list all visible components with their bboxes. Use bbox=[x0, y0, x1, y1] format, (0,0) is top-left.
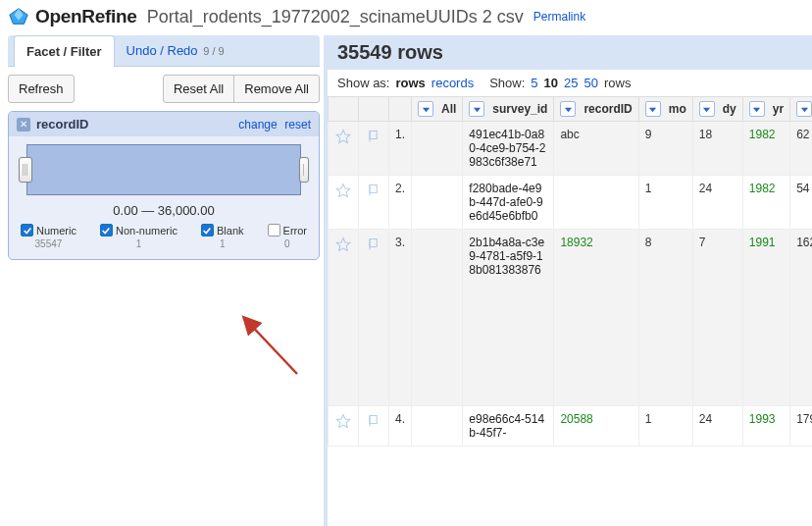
show-as-rows[interactable]: rows bbox=[395, 76, 425, 90]
facet-check-nonnumeric[interactable] bbox=[100, 224, 113, 237]
range-handle-left[interactable] bbox=[19, 157, 32, 183]
permalink-link[interactable]: Permalink bbox=[533, 10, 585, 24]
facet-check-numeric[interactable] bbox=[21, 224, 33, 237]
facet-reset-link[interactable]: reset bbox=[284, 118, 311, 132]
row-index: 1. bbox=[389, 122, 412, 176]
app-logo bbox=[8, 6, 29, 27]
cell-mo: 1 bbox=[638, 176, 692, 230]
star-icon[interactable] bbox=[334, 182, 352, 199]
tab-undo-redo[interactable]: Undo / Redo 9 / 9 bbox=[115, 35, 236, 66]
cell-mo: 9 bbox=[638, 122, 692, 176]
cell-survey-id: f280bade-4e9b-447d-afe0-9e6d45e6bfb0 bbox=[463, 176, 554, 230]
facet-close-button[interactable]: ✕ bbox=[17, 118, 30, 132]
row-summary: 35549 rows bbox=[328, 35, 812, 70]
cell-all bbox=[412, 230, 463, 406]
facet-recordid: ✕ recordID change reset 0.00 — 36,000.00 bbox=[8, 111, 320, 260]
show-as-label: Show as: bbox=[337, 76, 389, 90]
app-name: OpenRefine bbox=[35, 6, 137, 27]
row-index: 3. bbox=[389, 230, 412, 406]
cell-mo: 1 bbox=[638, 406, 692, 447]
cell-yr: 1991 bbox=[742, 230, 789, 406]
cell-yr: 1982 bbox=[742, 122, 789, 176]
facet-check-error-count: 0 bbox=[284, 238, 290, 249]
facet-check-error[interactable] bbox=[268, 224, 280, 237]
col-dy: dy bbox=[723, 102, 736, 116]
cell-dy: 7 bbox=[692, 230, 742, 406]
facet-range-label: 0.00 — 36,000.00 bbox=[19, 203, 309, 218]
facet-check-numeric-label: Numeric bbox=[36, 225, 76, 237]
flag-icon[interactable] bbox=[365, 182, 382, 199]
col-menu-dy[interactable] bbox=[699, 101, 715, 117]
cell-dy: 24 bbox=[692, 176, 742, 230]
col-menu-mo[interactable] bbox=[645, 101, 661, 117]
table-row: 4.e98e66c4-514b-45f7-205881241993179 bbox=[329, 406, 813, 447]
show-50[interactable]: 50 bbox=[584, 76, 598, 90]
cell-all bbox=[412, 176, 463, 230]
facet-check-nonnumeric-label: Non-numeric bbox=[116, 225, 178, 237]
cell-recordid: 20588 bbox=[554, 406, 638, 447]
cell-survey-id: 2b1b4a8a-c3e9-4781-a5f9-18b081383876 bbox=[463, 230, 554, 406]
facet-check-blank[interactable] bbox=[201, 224, 214, 237]
show-10[interactable]: 10 bbox=[544, 76, 558, 90]
col-menu-survey[interactable] bbox=[469, 101, 484, 117]
refresh-button[interactable]: Refresh bbox=[8, 75, 75, 103]
cell-recordid: 18932 bbox=[554, 230, 638, 406]
tab-undo-redo-label[interactable]: Undo / Redo bbox=[127, 43, 198, 58]
cell-yr: 1993 bbox=[742, 406, 789, 447]
facet-name: recordID bbox=[36, 117, 234, 132]
undo-redo-count: 9 / 9 bbox=[203, 45, 224, 57]
cell-recordid bbox=[554, 176, 638, 230]
data-grid: All survey_id recordID mo dy yr period 1… bbox=[328, 96, 812, 447]
table-row: 2.f280bade-4e9b-447d-afe0-9e6d45e6bfb012… bbox=[329, 176, 813, 230]
col-menu-period[interactable] bbox=[796, 101, 812, 117]
show-as-records[interactable]: records bbox=[431, 76, 474, 90]
reset-all-button[interactable]: Reset All bbox=[163, 75, 234, 103]
annotation-arrow bbox=[233, 307, 312, 386]
facet-change-link[interactable]: change bbox=[238, 118, 277, 132]
col-mo: mo bbox=[669, 102, 686, 116]
facet-check-blank-count: 1 bbox=[220, 238, 226, 249]
col-menu-yr[interactable] bbox=[749, 101, 765, 117]
table-row: 3.2b1b4a8a-c3e9-4781-a5f9-18b08138387618… bbox=[329, 230, 813, 406]
row-index: 2. bbox=[389, 176, 412, 230]
cell-dy: 18 bbox=[692, 122, 742, 176]
star-icon[interactable] bbox=[334, 412, 352, 430]
cell-recordid: abc bbox=[554, 122, 638, 176]
tab-facet-filter[interactable]: Facet / Filter bbox=[14, 35, 115, 67]
remove-all-button[interactable]: Remove All bbox=[233, 75, 320, 103]
row-index: 4. bbox=[389, 406, 412, 447]
show-25[interactable]: 25 bbox=[564, 76, 578, 90]
flag-icon[interactable] bbox=[365, 236, 382, 253]
flag-icon[interactable] bbox=[365, 412, 382, 430]
cell-survey-id: e98e66c4-514b-45f7- bbox=[463, 406, 554, 447]
facet-check-numeric-count: 35547 bbox=[35, 238, 63, 249]
svg-line-2 bbox=[245, 319, 297, 374]
facet-histogram[interactable] bbox=[26, 144, 301, 195]
star-icon[interactable] bbox=[334, 236, 352, 253]
col-menu-recordid[interactable] bbox=[560, 101, 576, 117]
col-recordid: recordID bbox=[584, 102, 632, 116]
cell-all bbox=[412, 406, 463, 447]
cell-period: 54 bbox=[790, 176, 812, 230]
star-icon[interactable] bbox=[334, 128, 352, 145]
col-survey-id: survey_id bbox=[492, 102, 547, 116]
show-5[interactable]: 5 bbox=[531, 76, 537, 90]
range-handle-right[interactable] bbox=[299, 157, 309, 183]
cell-yr: 1982 bbox=[742, 176, 789, 230]
flag-icon[interactable] bbox=[365, 128, 382, 145]
project-title: Portal_rodents_19772002_scinameUUIDs 2 c… bbox=[147, 7, 524, 27]
facet-check-blank-label: Blank bbox=[217, 225, 244, 237]
facet-check-error-label: Error bbox=[283, 225, 307, 237]
cell-all bbox=[412, 122, 463, 176]
facet-check-nonnumeric-count: 1 bbox=[136, 238, 142, 249]
cell-period: 162 bbox=[790, 230, 812, 406]
cell-period: 179 bbox=[790, 406, 812, 447]
show-suffix: rows bbox=[604, 76, 631, 90]
col-all: All bbox=[441, 102, 456, 116]
left-tabs: Facet / Filter Undo / Redo 9 / 9 bbox=[8, 35, 320, 66]
cell-mo: 8 bbox=[638, 230, 692, 406]
col-yr: yr bbox=[773, 102, 784, 116]
col-menu-all[interactable] bbox=[418, 101, 433, 117]
cell-dy: 24 bbox=[692, 406, 742, 447]
show-n-label: Show: bbox=[489, 76, 525, 90]
